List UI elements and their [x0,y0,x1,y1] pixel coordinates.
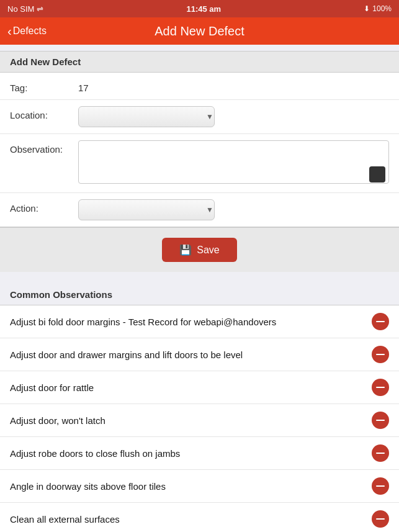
list-item[interactable]: Adjust robe doors to close flush on jamb… [0,437,399,470]
battery-label: 100% [372,4,392,13]
location-row: Location: ▼ [0,100,399,134]
remove-item-button[interactable] [372,313,389,330]
common-item-text: Adjust door and drawer margins and lift … [10,349,372,360]
common-item-text: Clean all external surfaces [10,514,372,525]
remove-item-button[interactable] [372,477,389,495]
remove-item-button[interactable] [372,412,389,429]
location-select[interactable] [78,106,215,127]
common-item-text: Adjust robe doors to close flush on jamb… [10,448,372,459]
common-item-text: Adjust bi fold door margins - Test Recor… [10,317,372,327]
common-item-text: Adjust door, won't latch [10,415,372,426]
wifi-icon: ⇌ [37,4,43,14]
tag-label: Tag: [10,79,78,93]
save-row: 💾 Save [0,227,399,272]
location-select-wrap: ▼ [78,106,389,127]
status-bar: No SIM ⇌ 11:45 am ⬇ 100% [0,0,399,17]
bluetooth-icon: ⬇ [364,4,370,13]
status-carrier: No SIM ⇌ [7,4,43,14]
nav-title: Add New Defect [155,24,244,38]
back-chevron-icon: ‹ [7,25,12,37]
status-time: 11:45 am [186,4,221,14]
observation-plus-button[interactable] [369,166,385,183]
list-item[interactable]: Adjust bi fold door margins - Test Recor… [0,305,399,338]
list-item[interactable]: Adjust door, won't latch [0,404,399,437]
action-label: Action: [10,199,78,214]
observation-label: Observation: [10,140,78,155]
save-icon: 💾 [179,244,192,256]
back-button[interactable]: ‹ Defects [7,25,47,37]
remove-item-button[interactable] [372,379,389,396]
form-card-title: Add New Defect [0,52,399,73]
carrier-label: No SIM [7,4,34,14]
list-item[interactable]: Angle in doorway sits above floor tiles [0,470,399,503]
add-defect-form: Add New Defect Tag: 17 Location: ▼ Obser… [0,51,399,227]
list-item[interactable]: Adjust door and drawer margins and lift … [0,338,399,371]
status-right-icons: ⬇ 100% [364,4,392,13]
nav-bar: ‹ Defects Add New Defect [0,17,399,45]
common-observations-list: Adjust bi fold door margins - Test Recor… [0,305,399,532]
list-item[interactable]: Adjust door for rattle [0,371,399,404]
action-select[interactable] [78,199,215,220]
common-item-text: Adjust door for rattle [10,382,372,393]
save-label: Save [197,245,219,256]
remove-item-button[interactable] [372,510,389,528]
remove-item-button[interactable] [372,346,389,363]
common-item-text: Angle in doorway sits above floor tiles [10,481,372,492]
action-row: Action: ▼ [0,193,399,227]
observation-textarea-wrap [78,140,389,186]
common-observations-section: Common Observations Adjust bi fold door … [0,284,399,532]
action-select-wrap: ▼ [78,199,389,220]
save-button[interactable]: 💾 Save [162,238,236,262]
observation-textarea[interactable] [78,140,389,184]
common-observations-title: Common Observations [0,284,399,305]
location-label: Location: [10,106,78,120]
observation-row: Observation: [0,134,399,193]
list-item[interactable]: Clean all external surfaces [0,503,399,532]
back-label: Defects [13,25,47,37]
remove-item-button[interactable] [372,444,389,462]
tag-value: 17 [78,79,389,93]
tag-row: Tag: 17 [0,73,399,100]
